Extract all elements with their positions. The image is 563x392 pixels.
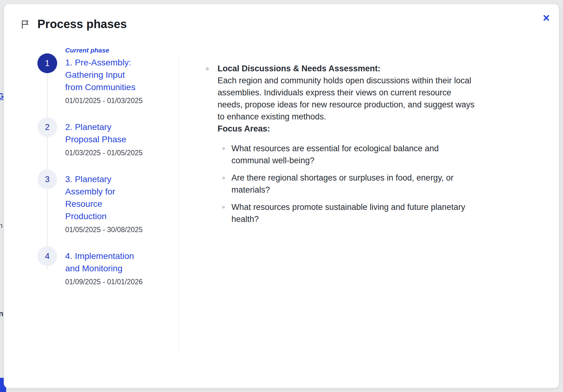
detail-bullet-item: Local Discussions & Needs Assessment: Ea…: [186, 63, 482, 231]
bullet-icon: [222, 206, 225, 209]
phase-2-title-link[interactable]: 2. Planetary Proposal Phase: [65, 121, 138, 146]
bullet-icon: [222, 147, 225, 150]
phase-1-title-link[interactable]: 1. Pre-Assembly: Gathering Input from Co…: [65, 56, 138, 94]
bullet-icon: [222, 177, 225, 179]
phase-4-circle: 4: [37, 246, 57, 266]
phase-2-dates: 01/03/2025 - 01/05/2025: [65, 149, 143, 157]
phase-1-circle: 1: [37, 53, 57, 73]
phase-item-4: 4 4. Implementation and Monitoring 01/09…: [37, 250, 167, 286]
focus-item: Are there regional shortages or surpluse…: [218, 172, 477, 196]
phase-item-3: 3 3. Planetary Assembly for Resource Pro…: [37, 173, 167, 234]
focus-item-text: What resources are essential for ecologi…: [231, 143, 469, 167]
phase-3-dates: 01/05/2025 - 30/08/2025: [65, 226, 143, 234]
phase-4-dates: 01/09/2025 - 01/01/2026: [65, 278, 143, 286]
current-phase-label: Current phase: [65, 47, 143, 54]
modal-header: Process phases: [20, 18, 127, 31]
phase-item-2: 2 2. Planetary Proposal Phase 01/03/2025…: [37, 121, 167, 157]
detail-paragraph: Each region and community holds open dis…: [218, 75, 477, 123]
focus-item-text: Are there regional shortages or surpluse…: [231, 172, 469, 196]
bullet-icon: [206, 67, 209, 70]
background-link-fragment: G: [0, 91, 4, 101]
focus-areas-label: Focus Areas:: [218, 123, 477, 135]
focus-item-text: What resources promote sustainable livin…: [231, 201, 469, 225]
focus-areas-list: What resources are essential for ecologi…: [218, 143, 477, 225]
phase-4-title-link[interactable]: 4. Implementation and Monitoring: [65, 250, 138, 275]
phase-2-number: 2: [45, 123, 49, 132]
phase-3-circle: 3: [37, 169, 57, 189]
modal-title: Process phases: [37, 18, 127, 31]
phase-details: Local Discussions & Needs Assessment: Ea…: [186, 63, 482, 231]
focus-item: What resources promote sustainable livin…: [218, 201, 477, 225]
close-icon[interactable]: ×: [543, 12, 550, 24]
background-text-fragment: n: [0, 222, 2, 230]
phase-3-number: 3: [45, 175, 49, 184]
phase-1-number: 1: [45, 59, 49, 68]
process-phases-modal: × Process phases 1 Current phase 1. Pre-…: [4, 4, 559, 388]
phases-timeline: 1 Current phase 1. Pre-Assembly: Gatheri…: [37, 47, 167, 302]
timeline-content-divider: [179, 56, 179, 352]
background-text-fragment: n: [0, 309, 3, 318]
flag-icon: [20, 19, 31, 30]
phase-item-1: 1 Current phase 1. Pre-Assembly: Gatheri…: [37, 47, 167, 105]
focus-item: What resources are essential for ecologi…: [218, 143, 477, 167]
phase-3-title-link[interactable]: 3. Planetary Assembly for Resource Produ…: [65, 173, 138, 223]
detail-heading: Local Discussions & Needs Assessment:: [218, 63, 477, 75]
phase-2-circle: 2: [37, 117, 57, 137]
phase-4-number: 4: [45, 252, 49, 261]
phase-1-dates: 01/01/2025 - 01/03/2025: [65, 97, 143, 105]
